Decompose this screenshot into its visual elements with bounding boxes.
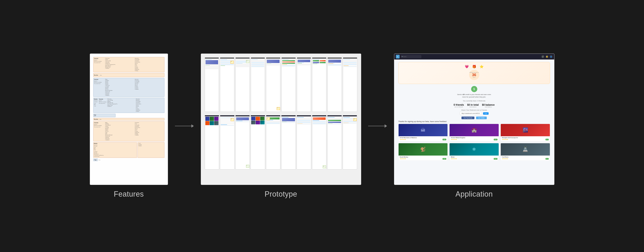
product-rating-4: ★★★★★ $20 (400, 158, 446, 160)
stat-total: $0 in total total balance (467, 104, 479, 108)
share-section: Share Your Referral Link to Friends http… (398, 109, 550, 115)
prototype-panel: b Save with cover Notifications (197, 0, 365, 252)
proto-bottom-5: cart (266, 115, 280, 169)
stat-friends-value: 0 friends (454, 104, 464, 106)
tutorials-inner-levels: BeginnerModerate knowledgeVery experienc… (99, 100, 106, 104)
product-name-4: Drunk Monkey (400, 156, 446, 158)
shanghai-img: 🌆 (501, 124, 550, 136)
product-winter[interactable]: ❄ Winter ★★★★★ $10 (449, 143, 499, 161)
brushes-other: Other (100, 75, 102, 76)
product-price-4: $20 (442, 158, 446, 160)
product-price-5: $10 (494, 158, 498, 160)
facebook-button[interactable]: Via Facebook (462, 117, 474, 119)
product-price-6: $1 (546, 158, 548, 160)
arrow-2 (365, 60, 390, 192)
features-label: Features (114, 190, 144, 198)
tutorials-levels-3: BeginnerModerate knowledgeVery experienc… (94, 124, 104, 128)
nav-icon-bell[interactable]: 🔔 (546, 55, 548, 58)
stat-balance-label: total balance (482, 106, 494, 108)
tutorials-tools-1: • Photoshop• Painter• Paint Tool SAI• Cl… (105, 58, 134, 69)
share-url-row: http://cubebrush.com/cMO21 copy (398, 112, 550, 115)
product-stars-6: ★★★★★ (502, 158, 508, 160)
proto-screen-5: Cover (drawing data) cover (266, 57, 280, 112)
proto-screen-3: Add a Product / Other add (235, 57, 250, 112)
product-info-5: Winter ★★★★★ $10 (450, 155, 499, 160)
product-img-5: ❄ (450, 143, 499, 155)
sticky-note-3: cover (277, 107, 280, 110)
product-info-6: Cool Ruins ★★★★★ $1 (501, 155, 550, 160)
product-info-2: Ancient Walled Kingdom ★★★★★ $16 (450, 136, 499, 141)
product-rating-3: ★★★★★ $1 (502, 139, 548, 140)
tutorials-levels-1: BeginnerModerate knowledgeVery experienc… (94, 60, 104, 63)
share-url-field[interactable]: http://cubebrush.com/cMO21 (460, 112, 482, 115)
models-soft: • Vehicles• Animals• Architecture• Chara… (94, 151, 136, 157)
twitter-button[interactable]: Via Twitter (476, 117, 487, 119)
tags-other-2: Other (98, 159, 100, 160)
monkey-img: 🐒 (398, 143, 448, 155)
product-rating-1: ★★★★★ $20 (400, 139, 446, 140)
share-title: Share Your Referral Link to Friends (398, 109, 550, 111)
tutorials-cats-3: • Characters• Pinot• Concept Art• Charac… (135, 122, 164, 136)
stats-subtitle: You currently have: 0 Referrals (398, 100, 550, 102)
product-rating-5: ★★★★★ $10 (451, 158, 498, 160)
product-monkey[interactable]: 🐒 Drunk Monkey ★★★★★ $20 (398, 143, 448, 161)
prototype-visual: b Save with cover Notifications (203, 56, 359, 183)
credit-section: $ Send a $5 credit to your friends and e… (398, 86, 550, 98)
models-extra-cats: • Sci Fi• Fantasy• Realism (138, 143, 164, 146)
brushes-label: Brushes (94, 75, 98, 76)
product-shanghai[interactable]: 🌆 Shanghai 2115 Concept Art ★★★★★ $1 (500, 124, 550, 141)
copy-button[interactable]: copy (483, 112, 488, 115)
application-card: C 🔍 Search... 🛒 🔔 👤 💗 🎁 (394, 54, 554, 185)
features-card: Tutorials BeginnerModerate knowledgeVery… (90, 54, 168, 185)
product-rating-6: ★★★★★ $1 (502, 158, 548, 160)
product-stars-2: ★★★★★ (451, 139, 457, 140)
castle-img: 🏯 (501, 143, 550, 155)
tutorials-inner-cats: • Illustration• Animation• Concept Art• … (136, 99, 164, 112)
proto-bottom-9 (327, 115, 342, 169)
sticky-bottom-2: ok (246, 165, 249, 168)
nav-icon-user[interactable]: 👤 (550, 55, 552, 58)
nav-icon-cart[interactable]: 🛒 (542, 55, 544, 58)
stat-total-label: total balance (467, 106, 479, 108)
proto-screen-4: Add category shows (251, 57, 265, 112)
features-panel: Tutorials BeginnerModerate knowledgeVery… (86, 0, 172, 252)
product-img-1: 🏔 (398, 124, 448, 136)
models-categories: High PolyLow PolySolidAtlasOther (94, 100, 98, 107)
launch-days-count: 36 (472, 73, 476, 77)
product-info-1: At the Mountains of Madness ★★★★★ $20 (398, 136, 448, 141)
tutorials-tools-2: • Maya• 3DS Max• Blender• Mudbox• Keysho… (105, 79, 134, 96)
product-name-3: Shanghai 2115 Concept Art (502, 137, 548, 138)
app-search-bar[interactable]: 🔍 Search... (401, 55, 422, 58)
launch-banner: 💗 🎁 ⭐ Official Launch in 36 DAYS (398, 62, 550, 84)
product-price-1: $20 (442, 139, 446, 140)
product-ruins[interactable]: 🏯 Cool Ruins ★★★★★ $1 (500, 143, 550, 161)
stat-friends: 0 friends are on Artbrush (454, 104, 464, 108)
tutorials-inner-label: Tutorials (99, 99, 106, 100)
products-grid-2: 🐒 Drunk Monkey ★★★★★ $20 (398, 143, 550, 161)
tutorials-tools-3: • Maya• 3DS Max• Photo Blender• Keyshot•… (105, 122, 134, 140)
tags-other: Other (94, 116, 115, 117)
product-kingdom[interactable]: 🏰 Ancient Walled Kingdom ★★★★★ $16 (449, 124, 499, 141)
heart-icon: 💗 (465, 65, 469, 69)
proto-bottom-10: new (343, 115, 357, 169)
stat-friends-label: are on Artbrush (454, 106, 464, 108)
product-name-5: Winter (451, 156, 498, 158)
app-main: 💗 🎁 ⭐ Official Launch in 36 DAYS $ (394, 60, 554, 185)
product-rating-2: ★★★★★ $16 (451, 139, 498, 140)
referral-stats: 0 friends are on Artbrush $0 in total to… (398, 104, 550, 108)
sticky-bottom-5: new (353, 118, 357, 121)
product-name-1: At the Mountains of Madness (400, 137, 446, 138)
product-price-3: $1 (546, 139, 548, 140)
proto-bottom-8: pay (312, 115, 326, 169)
stat-total-value: $0 in total (467, 104, 479, 106)
arrow-1 (172, 60, 197, 192)
product-mountains[interactable]: 🏔 At the Mountains of Madness ★★★★★ $20 (398, 124, 448, 141)
tutorials-inner-tools: • Photoshop• Paint Tool SAI• ArtRage• Ad… (107, 99, 135, 107)
models-label-2: Models (94, 143, 136, 144)
proto-screen-9: Product View (separately) (328, 57, 342, 112)
brushes-label-2: Brushes (94, 119, 98, 120)
proto-bottom-7 (296, 115, 311, 169)
sticky-bottom-3: cart (266, 117, 270, 120)
star-icon: ⭐ (480, 65, 484, 69)
product-stars-1: ★★★★★ (400, 139, 406, 140)
